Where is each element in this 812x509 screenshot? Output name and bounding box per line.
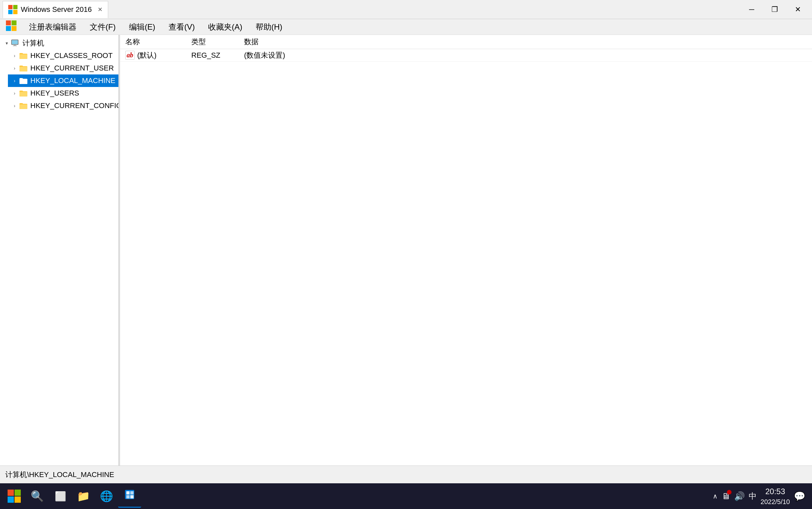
tab-label: Windows Server 2016: [21, 5, 92, 14]
svg-rect-9: [14, 44, 16, 45]
hkcr-label: HKEY_CLASSES_ROOT: [30, 52, 113, 60]
tree-item-hkcu[interactable]: › HKEY_CURRENT_USER: [8, 62, 118, 74]
folder-icon-hklm: [19, 77, 28, 84]
app-tab[interactable]: Windows Server 2016 ✕: [3, 1, 108, 18]
tree-item-hklm[interactable]: › HKEY_LOCAL_MACHINE: [8, 74, 118, 87]
clock-time: 20:53: [760, 486, 790, 497]
folder-icon-hkcc: [19, 102, 28, 109]
volume-icon[interactable]: 🔊: [734, 491, 745, 501]
svg-rect-14: [8, 497, 14, 503]
clock-date: 2022/5/10: [760, 497, 790, 506]
col-header-data: 数据: [244, 37, 343, 47]
regedit-icon: [124, 488, 135, 503]
task-view-button[interactable]: ⬜: [49, 485, 72, 508]
tray-up-arrow[interactable]: ∧: [713, 492, 718, 500]
menu-favorites[interactable]: 收藏夹(A): [203, 21, 248, 34]
folder-icon-hkcu: [19, 65, 28, 72]
svg-rect-2: [8, 10, 12, 14]
tray-network-container: 🖥: [722, 491, 730, 501]
app-menu-label: 注册表编辑器: [24, 21, 82, 34]
notification-button[interactable]: 💬: [794, 491, 805, 502]
hklm-expand-arrow: ›: [10, 77, 19, 85]
svg-rect-19: [126, 495, 130, 499]
cell-type-default: REG_SZ: [191, 51, 244, 60]
tree-root-label: 计算机: [23, 38, 44, 48]
ie-icon: 🌐: [100, 490, 113, 502]
start-button[interactable]: [3, 485, 26, 508]
col-header-type: 类型: [191, 37, 244, 47]
reg-sz-icon: ab: [125, 51, 134, 60]
hku-label: HKEY_USERS: [30, 89, 79, 98]
menu-file[interactable]: 文件(F): [85, 21, 121, 34]
menu-bar: 注册表编辑器 文件(F) 编辑(E) 查看(V) 收藏夹(A) 帮助(H): [0, 19, 812, 35]
root-expand-arrow: ▾: [3, 39, 10, 47]
cell-name-default: ab (默认): [125, 50, 191, 60]
title-bar: Windows Server 2016 ✕ ─ ❐ ✕: [0, 0, 812, 19]
folder-icon-hkcr: [19, 52, 28, 59]
hklm-label: HKEY_LOCAL_MACHINE: [30, 76, 116, 85]
title-bar-left: Windows Server 2016 ✕: [3, 1, 740, 18]
title-bar-controls: ─ ❐ ✕: [740, 0, 809, 19]
hkcr-expand-arrow: ›: [10, 52, 19, 60]
right-panel-row-default[interactable]: ab (默认) REG_SZ (数值未设置): [120, 49, 812, 62]
svg-rect-13: [14, 489, 21, 496]
ie-button[interactable]: 🌐: [95, 485, 118, 508]
menu-help[interactable]: 帮助(H): [250, 21, 288, 34]
hkcu-label: HKEY_CURRENT_USER: [30, 64, 114, 72]
svg-rect-5: [11, 21, 17, 25]
svg-rect-17: [126, 491, 130, 495]
tree-item-hkcc[interactable]: › HKEY_CURRENT_CONFIG: [8, 100, 118, 112]
search-button[interactable]: 🔍: [26, 485, 49, 508]
svg-rect-15: [14, 497, 21, 503]
svg-rect-0: [8, 5, 12, 9]
close-button[interactable]: ✕: [786, 0, 809, 19]
svg-rect-4: [6, 21, 11, 25]
task-view-icon: ⬜: [55, 491, 66, 502]
cell-name-label: (默认): [137, 50, 157, 60]
menu-view[interactable]: 查看(V): [163, 21, 200, 34]
cell-data-default: (数值未设置): [244, 50, 343, 60]
svg-rect-12: [8, 489, 14, 496]
tree-panel: ▾ 计算机 › HKEY_CLASSES_ROOT ›: [0, 35, 119, 466]
svg-rect-20: [130, 495, 133, 499]
col-header-name: 名称: [125, 37, 191, 47]
minimize-button[interactable]: ─: [740, 0, 763, 19]
hkcc-label: HKEY_CURRENT_CONFIG: [30, 101, 119, 110]
main-area: ▾ 计算机 › HKEY_CLASSES_ROOT ›: [0, 35, 812, 466]
search-icon: 🔍: [31, 490, 44, 502]
svg-rect-10: [13, 45, 17, 46]
hkcc-expand-arrow: ›: [10, 102, 19, 110]
tree-item-hkcr[interactable]: › HKEY_CLASSES_ROOT: [8, 49, 118, 62]
restore-button[interactable]: ❐: [763, 0, 786, 19]
network-error-dot: [727, 490, 731, 495]
tab-icon: [8, 5, 18, 14]
right-panel: 名称 类型 数据 ab (默认) REG_SZ (数值未设置): [120, 35, 812, 466]
status-bar: 计算机\HKEY_LOCAL_MACHINE: [0, 466, 812, 483]
hku-expand-arrow: ›: [10, 89, 19, 97]
svg-rect-6: [6, 26, 11, 31]
computer-icon: [11, 39, 20, 47]
tree-root[interactable]: ▾ 计算机: [0, 37, 118, 49]
svg-rect-1: [13, 5, 18, 9]
file-explorer-button[interactable]: 📁: [72, 485, 95, 508]
file-explorer-icon: 📁: [77, 490, 90, 502]
regedit-taskbar-button[interactable]: [118, 485, 141, 508]
svg-rect-3: [13, 10, 18, 14]
svg-rect-7: [11, 26, 17, 31]
folder-icon-hku: [19, 90, 28, 97]
hkcu-expand-arrow: ›: [10, 64, 19, 72]
svg-rect-18: [130, 491, 133, 495]
right-panel-header: 名称 类型 数据: [120, 35, 812, 49]
taskbar: 🔍 ⬜ 📁 🌐 ∧ 🖥 🔊 中: [0, 483, 812, 509]
lang-indicator[interactable]: 中: [749, 491, 757, 501]
system-tray: ∧ 🖥 🔊 中 20:53 2022/5/10 💬: [709, 486, 809, 506]
tab-close-button[interactable]: ✕: [98, 6, 102, 13]
clock[interactable]: 20:53 2022/5/10: [760, 486, 790, 506]
menu-edit[interactable]: 编辑(E): [124, 21, 161, 34]
status-text: 计算机\HKEY_LOCAL_MACHINE: [5, 470, 114, 480]
start-icon: [7, 489, 22, 503]
svg-rect-11: [12, 40, 18, 44]
tree-item-hku[interactable]: › HKEY_USERS: [8, 87, 118, 100]
app-icon: [5, 20, 17, 34]
